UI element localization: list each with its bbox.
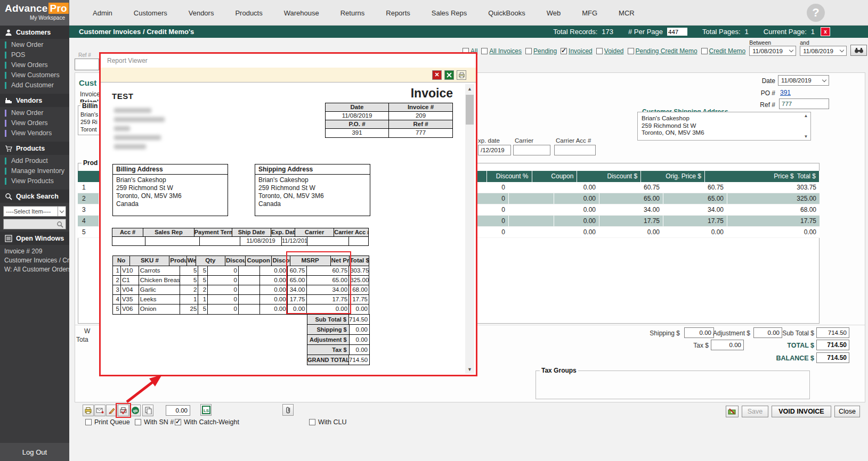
ref-number-input[interactable] <box>75 59 99 70</box>
export-excel-icon[interactable] <box>444 70 454 80</box>
filter-label[interactable]: Credit Memo <box>709 47 746 55</box>
filter-option[interactable]: Invoiced <box>561 47 593 55</box>
quick-search-input[interactable] <box>3 219 66 229</box>
nav-item[interactable]: Returns <box>340 9 365 17</box>
print-queue-checkbox[interactable] <box>85 419 92 425</box>
close-button[interactable]: Close <box>834 406 860 417</box>
adjustment-input[interactable] <box>753 327 782 338</box>
open-window-item[interactable]: W: All Customer Orders <box>0 265 69 274</box>
ref2-input[interactable] <box>779 98 829 109</box>
report-scrollbar[interactable]: ▲ ▼ <box>465 84 474 374</box>
modal-close-icon[interactable]: ✕ <box>432 70 442 80</box>
filter-option[interactable]: Pending <box>525 47 557 55</box>
po-number-link[interactable]: 391 <box>780 89 791 96</box>
filter-label[interactable]: Pending Credit Memo <box>636 47 697 55</box>
payment-button[interactable] <box>726 406 739 417</box>
logout-button[interactable]: Log Out <box>0 443 69 461</box>
filter-checkbox[interactable] <box>481 48 488 54</box>
nav-item[interactable]: Admin <box>93 9 112 17</box>
column-header[interactable]: Price $ <box>705 171 797 182</box>
with-sn-checkbox[interactable] <box>135 419 141 425</box>
nav-item[interactable]: Reports <box>386 9 410 17</box>
filter-option[interactable]: Credit Memo <box>701 47 746 55</box>
filter-search-button[interactable] <box>850 45 867 56</box>
nav-item[interactable]: MFG <box>582 9 597 17</box>
sidebar-item[interactable]: New Order <box>0 108 69 118</box>
carrier-input[interactable] <box>513 145 550 155</box>
close-page-button[interactable]: x <box>821 27 830 36</box>
print-button[interactable] <box>83 405 94 416</box>
filter-option[interactable]: Pending Credit Memo <box>628 47 697 55</box>
void-invoice-button[interactable]: VOID INVOICE <box>772 406 831 417</box>
per-page-input[interactable] <box>667 28 687 36</box>
print-queue-option[interactable]: Print Queue <box>85 418 130 426</box>
date-to-select[interactable]: 11/08/2019 <box>800 46 847 56</box>
filter-label[interactable]: Voided <box>604 47 624 55</box>
filter-checkbox[interactable] <box>628 48 634 54</box>
sidebar-item[interactable]: View Products <box>0 176 69 186</box>
nav-item[interactable]: MCR <box>619 9 635 17</box>
filter-label[interactable]: Pending <box>533 47 557 55</box>
scroll-up-icon[interactable]: ▲ <box>804 113 808 118</box>
sidebar-item[interactable]: Add Product <box>0 156 69 166</box>
nav-item[interactable]: Vendors <box>189 9 214 17</box>
nav-item[interactable]: Customers <box>134 9 167 17</box>
column-header[interactable]: Orig. Price $ <box>641 171 705 182</box>
carrier-acc-input[interactable] <box>554 145 596 155</box>
sidebar-item[interactable]: View Orders <box>0 118 69 128</box>
sidebar-section-vendors[interactable]: Vendors <box>0 94 69 107</box>
filter-option[interactable]: All Invoices <box>481 47 522 55</box>
sidebar-item[interactable]: POS <box>0 50 69 60</box>
column-header[interactable]: Discount % <box>487 171 532 182</box>
filter-label[interactable]: Invoiced <box>569 47 593 55</box>
sidebar-section-products[interactable]: Products <box>0 142 69 155</box>
nav-item[interactable]: QuickBooks <box>488 9 525 17</box>
nav-item[interactable]: Products <box>235 9 262 17</box>
print-report-icon[interactable] <box>457 70 466 80</box>
attachment-button[interactable] <box>282 404 294 416</box>
sidebar-item[interactable]: Add Customer <box>0 80 69 90</box>
sidebar-item[interactable]: New Order <box>0 40 69 50</box>
date-from-select[interactable]: 11/08/2019 <box>749 46 796 56</box>
scroll-down-icon[interactable]: ▼ <box>465 365 474 374</box>
scroll-up-icon[interactable]: ▲ <box>465 84 474 93</box>
scrollbar-thumb[interactable] <box>466 95 474 125</box>
filter-checkbox[interactable] <box>701 48 708 54</box>
subtotal-input[interactable] <box>816 327 849 338</box>
tax-input[interactable] <box>711 340 744 350</box>
help-icon[interactable]: ? <box>807 4 825 22</box>
filter-option[interactable]: Voided <box>596 47 624 55</box>
sidebar-item[interactable]: View Vendors <box>0 128 69 138</box>
nav-item[interactable]: Web <box>547 9 561 17</box>
filter-label[interactable]: All Invoices <box>489 47 522 55</box>
quick-search-select[interactable]: ----Select Item---- <box>3 206 66 217</box>
sidebar-item[interactable]: View Customers <box>0 70 69 80</box>
filter-checkbox[interactable] <box>561 48 567 54</box>
sidebar-item[interactable]: View Orders <box>0 60 69 70</box>
with-sn-option[interactable]: With SN # <box>135 418 174 426</box>
address-scrollbar[interactable]: ▲▼ <box>802 113 809 139</box>
open-window-item[interactable]: Customer Invoices / Cre <box>0 256 69 265</box>
open-window-item[interactable]: Invoice # 209 <box>0 246 69 256</box>
column-header[interactable]: Coupon <box>532 171 578 182</box>
column-header[interactable]: Discount $ <box>577 171 641 182</box>
with-clu-checkbox[interactable] <box>309 419 315 425</box>
with-catch-weight-checkbox[interactable] <box>175 419 181 425</box>
total-input[interactable] <box>816 340 849 350</box>
label-sheet-button[interactable]: LS <box>200 404 212 416</box>
with-clu-option[interactable]: With CLU <box>309 418 346 426</box>
sidebar-item[interactable]: Manage Inventory <box>0 166 69 176</box>
nav-item[interactable]: Sales Reps <box>432 9 467 17</box>
exp-date-input[interactable] <box>478 145 511 155</box>
nav-item[interactable]: Warehouse <box>284 9 319 17</box>
balance-input[interactable] <box>816 352 849 363</box>
sidebar-section-customers[interactable]: Customers <box>0 26 69 39</box>
email-button[interactable] <box>94 405 106 416</box>
scroll-down-icon[interactable]: ▼ <box>804 134 808 139</box>
save-button[interactable]: Save <box>742 406 768 417</box>
invoice-date-select[interactable]: 11/08/2019 <box>778 75 829 86</box>
with-catch-weight-option[interactable]: With Catch-Weight <box>175 418 239 426</box>
filter-checkbox[interactable] <box>525 48 532 54</box>
column-header[interactable]: Total $ <box>797 171 820 182</box>
filter-checkbox[interactable] <box>596 48 603 54</box>
